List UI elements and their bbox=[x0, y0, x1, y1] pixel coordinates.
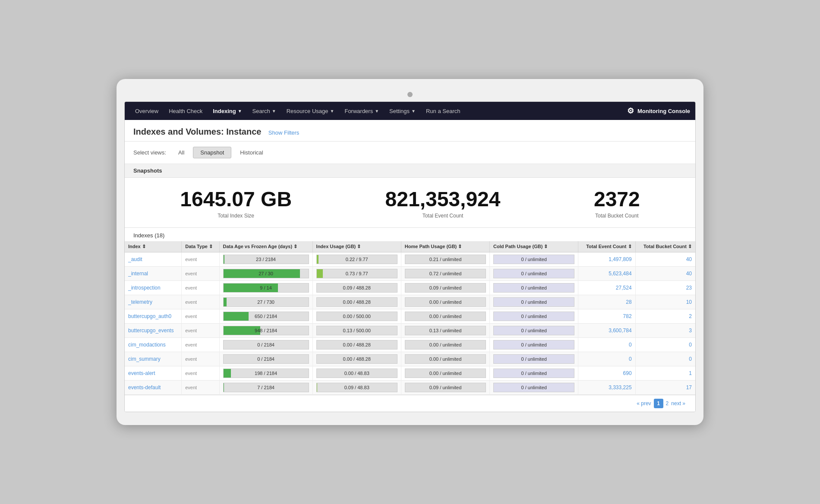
col-event-count[interactable]: Total Event Count ⇕ bbox=[578, 241, 635, 252]
index-name-link[interactable]: _internal bbox=[128, 271, 148, 277]
home-path-text: 0.72 / unlimited bbox=[429, 271, 462, 276]
bucket-count-value[interactable]: 3 bbox=[689, 328, 692, 334]
bucket-count-value[interactable]: 23 bbox=[686, 285, 692, 291]
index-name-cell[interactable]: buttercupgo_events bbox=[125, 323, 182, 337]
prev-page-link[interactable]: « prev bbox=[637, 400, 651, 406]
index-name-link[interactable]: cim_modactions bbox=[128, 342, 166, 348]
event-count-value[interactable]: 3,333,225 bbox=[609, 384, 631, 391]
table-row: buttercupgo_eventsevent 948 / 2184 0.13 … bbox=[125, 323, 695, 337]
index-name-link[interactable]: events-default bbox=[128, 384, 161, 391]
col-bucket-count[interactable]: Total Bucket Count ⇕ bbox=[635, 241, 695, 252]
nav-app-title-area: ⚙ Monitoring Console bbox=[627, 106, 690, 116]
view-snapshot-button[interactable]: Snapshot bbox=[193, 147, 231, 158]
event-count-cell[interactable]: 3,600,784 bbox=[578, 323, 635, 337]
col-index[interactable]: Index ⇕ bbox=[125, 241, 182, 252]
bucket-count-value[interactable]: 40 bbox=[686, 256, 692, 262]
index-name-cell[interactable]: cim_summary bbox=[125, 352, 182, 366]
index-name-link[interactable]: _audit bbox=[128, 256, 142, 262]
event-count-cell[interactable]: 5,623,484 bbox=[578, 266, 635, 280]
bucket-count-cell[interactable]: 40 bbox=[635, 266, 695, 280]
index-name-link[interactable]: buttercupgo_auth0 bbox=[128, 313, 171, 319]
nav-items: Overview Health Check Indexing ▼ Search … bbox=[130, 102, 627, 120]
event-count-value[interactable]: 0 bbox=[629, 342, 632, 348]
show-filters-link[interactable]: Show Filters bbox=[268, 129, 300, 136]
bucket-count-cell[interactable]: 23 bbox=[635, 280, 695, 295]
col-data-type[interactable]: Data Type ⇕ bbox=[182, 241, 219, 252]
bucket-count-cell[interactable]: 2 bbox=[635, 309, 695, 323]
next-page-link[interactable]: next » bbox=[671, 400, 685, 406]
col-index-usage[interactable]: Index Usage (GB) ⇕ bbox=[312, 241, 401, 252]
bucket-count-cell[interactable]: 17 bbox=[635, 380, 695, 394]
col-cold-path[interactable]: Cold Path Usage (GB) ⇕ bbox=[490, 241, 578, 252]
data-type-value: event bbox=[185, 356, 197, 362]
bucket-count-cell[interactable]: 0 bbox=[635, 337, 695, 352]
bucket-count-cell[interactable]: 3 bbox=[635, 323, 695, 337]
event-count-cell[interactable]: 690 bbox=[578, 366, 635, 380]
data-age-text: 0 / 2184 bbox=[257, 342, 274, 347]
nav-run-search[interactable]: Run a Search bbox=[421, 102, 466, 120]
next-page-number-link[interactable]: 2 bbox=[666, 400, 669, 406]
index-name-cell[interactable]: _audit bbox=[125, 252, 182, 266]
nav-search[interactable]: Search ▼ bbox=[247, 102, 281, 120]
bucket-count-value[interactable]: 10 bbox=[686, 299, 692, 305]
bucket-count-value[interactable]: 1 bbox=[689, 370, 692, 376]
bucket-count-value[interactable]: 17 bbox=[686, 384, 692, 391]
index-name-cell[interactable]: events-default bbox=[125, 380, 182, 394]
cold-path-cell: 0 / unlimited bbox=[490, 252, 578, 266]
index-name-cell[interactable]: buttercupgo_auth0 bbox=[125, 309, 182, 323]
col-data-age[interactable]: Data Age vs Frozen Age (days) ⇕ bbox=[219, 241, 312, 252]
bucket-count-cell[interactable]: 0 bbox=[635, 352, 695, 366]
bucket-count-value[interactable]: 0 bbox=[689, 342, 692, 348]
index-name-link[interactable]: _introspection bbox=[128, 285, 161, 291]
event-count-cell[interactable]: 3,333,225 bbox=[578, 380, 635, 394]
index-name-link[interactable]: events-alert bbox=[128, 370, 155, 376]
view-all-button[interactable]: All bbox=[171, 147, 191, 158]
event-count-value[interactable]: 3,600,784 bbox=[609, 328, 631, 334]
event-count-cell[interactable]: 28 bbox=[578, 295, 635, 309]
index-name-link[interactable]: cim_summary bbox=[128, 356, 161, 362]
event-count-value[interactable]: 782 bbox=[623, 313, 632, 319]
event-count-value[interactable]: 27,524 bbox=[616, 285, 632, 291]
nav-resource-usage[interactable]: Resource Usage ▼ bbox=[281, 102, 340, 120]
data-age-cell: 0 / 2184 bbox=[219, 352, 312, 366]
index-name-cell[interactable]: _internal bbox=[125, 266, 182, 280]
nav-settings[interactable]: Settings ▼ bbox=[384, 102, 421, 120]
bucket-count-cell[interactable]: 10 bbox=[635, 295, 695, 309]
page-header: Indexes and Volumes: Instance Show Filte… bbox=[125, 120, 695, 142]
bucket-count-cell[interactable]: 40 bbox=[635, 252, 695, 266]
cold-path-cell: 0 / unlimited bbox=[490, 323, 578, 337]
event-count-cell[interactable]: 27,524 bbox=[578, 280, 635, 295]
bucket-count-value[interactable]: 0 bbox=[689, 356, 692, 362]
data-age-text: 948 / 2184 bbox=[255, 328, 277, 333]
event-count-value[interactable]: 0 bbox=[629, 356, 632, 362]
view-historical-button[interactable]: Historical bbox=[233, 147, 270, 158]
nav-health-check[interactable]: Health Check bbox=[164, 102, 208, 120]
bucket-count-value[interactable]: 2 bbox=[689, 313, 692, 319]
event-count-value[interactable]: 690 bbox=[623, 370, 632, 376]
index-name-cell[interactable]: events-alert bbox=[125, 366, 182, 380]
bucket-count-value[interactable]: 40 bbox=[686, 271, 692, 277]
event-count-cell[interactable]: 782 bbox=[578, 309, 635, 323]
data-age-cell: 9 / 14 bbox=[219, 280, 312, 295]
index-name-cell[interactable]: _telemetry bbox=[125, 295, 182, 309]
table-row: events-defaultevent 7 / 2184 0.09 / 48.8… bbox=[125, 380, 695, 394]
event-count-value[interactable]: 28 bbox=[626, 299, 631, 305]
event-count-value[interactable]: 1,497,809 bbox=[609, 256, 631, 262]
nav-overview[interactable]: Overview bbox=[130, 102, 164, 120]
home-path-bar: 0.00 / unlimited bbox=[405, 369, 486, 378]
event-count-cell[interactable]: 1,497,809 bbox=[578, 252, 635, 266]
nav-forwarders[interactable]: Forwarders ▼ bbox=[339, 102, 384, 120]
index-name-link[interactable]: buttercupgo_events bbox=[128, 328, 173, 334]
index-name-link[interactable]: _telemetry bbox=[128, 299, 152, 305]
bucket-count-cell[interactable]: 1 bbox=[635, 366, 695, 380]
index-name-cell[interactable]: cim_modactions bbox=[125, 337, 182, 352]
event-count-cell[interactable]: 0 bbox=[578, 352, 635, 366]
index-name-cell[interactable]: _introspection bbox=[125, 280, 182, 295]
event-count-cell[interactable]: 0 bbox=[578, 337, 635, 352]
home-path-bar: 0.00 / unlimited bbox=[405, 340, 486, 350]
nav-indexing[interactable]: Indexing ▼ bbox=[208, 102, 247, 120]
current-page[interactable]: 1 bbox=[654, 399, 663, 408]
home-path-bar: 0.09 / unlimited bbox=[405, 383, 486, 392]
event-count-value[interactable]: 5,623,484 bbox=[609, 271, 631, 277]
col-home-path[interactable]: Home Path Usage (GB) ⇕ bbox=[401, 241, 489, 252]
